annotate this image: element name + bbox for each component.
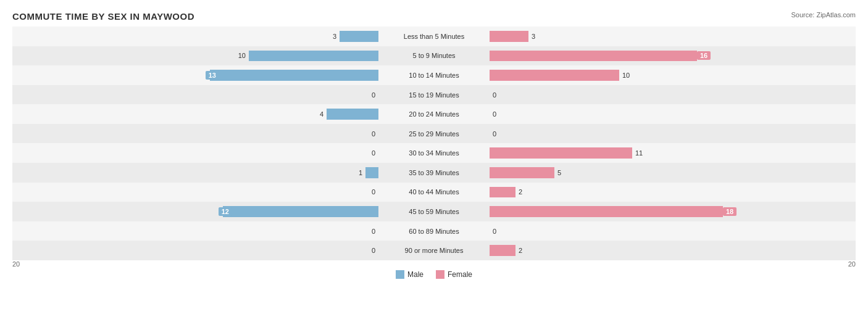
female-value: 3	[532, 33, 535, 40]
bar-row: 25 to 29 Minutes 0 0	[12, 124, 856, 144]
bar-row: 15 to 19 Minutes 0 0	[12, 85, 856, 105]
bar-row: 35 to 39 Minutes 1 5	[12, 163, 856, 183]
male-bar	[210, 70, 378, 81]
female-value: 11	[635, 149, 643, 157]
female-value: 5	[557, 169, 561, 176]
female-value: 2	[519, 188, 522, 196]
female-bar	[490, 187, 515, 198]
male-value: 4	[320, 110, 323, 118]
source-text: Source: ZipAtlas.com	[791, 11, 856, 19]
male-bar	[223, 206, 378, 217]
female-value: 0	[493, 130, 496, 138]
male-value: 12	[219, 207, 232, 216]
male-bar	[365, 167, 378, 178]
row-label: Less than 5 Minutes	[404, 33, 464, 40]
row-label: 15 to 19 Minutes	[409, 91, 459, 99]
female-bar	[490, 70, 619, 81]
male-value: 3	[333, 33, 336, 40]
chart-container: COMMUTE TIME BY SEX IN MAYWOOD Source: Z…	[0, 0, 868, 322]
male-bar	[340, 31, 378, 42]
row-label: 40 to 44 Minutes	[409, 188, 459, 196]
male-value: 0	[372, 228, 375, 235]
bar-row: 45 to 59 Minutes 12 18	[12, 202, 856, 221]
female-value: 16	[697, 51, 711, 60]
female-swatch	[436, 270, 444, 279]
male-value: 1	[359, 169, 362, 176]
chart-area: Less than 5 Minutes 3 3 5 to 9 Minutes 1…	[12, 27, 856, 279]
row-label: 20 to 24 Minutes	[409, 110, 459, 118]
bar-row: 30 to 34 Minutes 0 11	[12, 143, 856, 163]
female-value: 10	[622, 72, 630, 79]
male-value: 0	[372, 247, 375, 254]
row-label: 5 to 9 Minutes	[412, 52, 455, 59]
female-value: 0	[493, 110, 496, 118]
female-bar	[490, 206, 723, 217]
chart-title: COMMUTE TIME BY SEX IN MAYWOOD	[12, 11, 856, 22]
row-label: 45 to 59 Minutes	[409, 208, 459, 215]
bar-row: 60 to 89 Minutes 0 0	[12, 221, 856, 241]
axis-right: 20	[848, 260, 856, 268]
female-value: 18	[723, 207, 737, 216]
male-value: 0	[372, 91, 375, 99]
legend-male: Male	[396, 270, 424, 279]
male-bar	[249, 51, 378, 62]
male-value: 0	[372, 188, 375, 196]
male-bar	[327, 109, 378, 120]
bar-row: 20 to 24 Minutes 4 0	[12, 104, 856, 124]
bar-row: 90 or more Minutes 0 2	[12, 241, 856, 260]
female-value: 0	[493, 91, 496, 99]
bar-row: 40 to 44 Minutes 0 2	[12, 183, 856, 202]
male-label: Male	[407, 270, 424, 279]
row-label: 25 to 29 Minutes	[409, 130, 459, 138]
bar-row: 5 to 9 Minutes 10 16	[12, 46, 856, 66]
row-label: 30 to 34 Minutes	[409, 149, 459, 157]
rows-container: Less than 5 Minutes 3 3 5 to 9 Minutes 1…	[12, 27, 856, 260]
row-label: 10 to 14 Minutes	[409, 72, 459, 79]
female-value: 2	[519, 247, 522, 254]
bar-row: Less than 5 Minutes 3 3	[12, 27, 856, 46]
female-bar	[490, 51, 697, 62]
female-bar	[490, 31, 528, 42]
female-bar	[490, 167, 554, 178]
male-swatch	[396, 270, 404, 279]
female-label: Female	[448, 270, 472, 279]
axis-left: 20	[12, 260, 20, 268]
row-label: 90 or more Minutes	[405, 247, 464, 254]
male-value: 0	[372, 149, 375, 157]
female-value: 0	[493, 228, 496, 235]
female-bar	[490, 245, 515, 256]
male-value: 0	[372, 130, 375, 138]
bar-row: 10 to 14 Minutes 13 10	[12, 65, 856, 85]
male-value: 13	[206, 71, 219, 80]
row-label: 35 to 39 Minutes	[409, 169, 459, 176]
row-label: 60 to 89 Minutes	[409, 228, 459, 235]
female-bar	[490, 147, 632, 159]
legend-area: Male Female	[12, 270, 856, 279]
axis-labels: 20 20	[12, 260, 856, 268]
male-value: 10	[238, 52, 246, 59]
legend-female: Female	[436, 270, 472, 279]
